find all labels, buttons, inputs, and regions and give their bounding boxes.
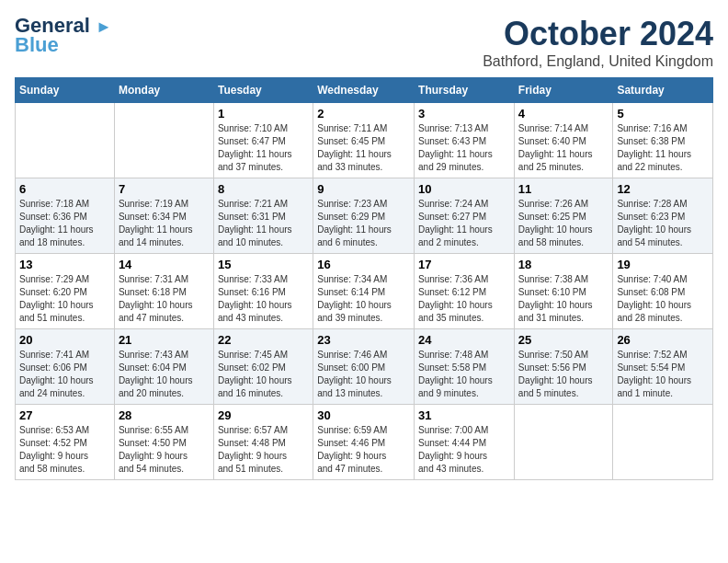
calendar-cell: 14Sunrise: 7:31 AM Sunset: 6:18 PM Dayli… bbox=[114, 254, 213, 329]
calendar-cell: 9Sunrise: 7:23 AM Sunset: 6:29 PM Daylig… bbox=[313, 178, 415, 254]
day-number: 15 bbox=[218, 258, 309, 271]
day-detail: Sunrise: 7:41 AM Sunset: 6:06 PM Dayligh… bbox=[19, 349, 110, 400]
day-detail: Sunrise: 6:53 AM Sunset: 4:52 PM Dayligh… bbox=[19, 424, 110, 476]
calendar-cell: 28Sunrise: 6:55 AM Sunset: 4:50 PM Dayli… bbox=[114, 405, 213, 480]
day-detail: Sunrise: 7:43 AM Sunset: 6:04 PM Dayligh… bbox=[119, 349, 210, 400]
calendar-cell: 3Sunrise: 7:13 AM Sunset: 6:43 PM Daylig… bbox=[415, 103, 515, 178]
day-number: 19 bbox=[617, 258, 709, 271]
calendar-cell: 7Sunrise: 7:19 AM Sunset: 6:34 PM Daylig… bbox=[114, 178, 213, 254]
day-number: 24 bbox=[418, 333, 510, 347]
day-number: 26 bbox=[617, 333, 709, 347]
day-of-week-header: Wednesday bbox=[313, 78, 415, 103]
day-number: 21 bbox=[119, 333, 210, 347]
day-number: 14 bbox=[119, 258, 210, 271]
calendar-body: 1Sunrise: 7:10 AM Sunset: 6:47 PM Daylig… bbox=[16, 103, 713, 480]
calendar-cell: 5Sunrise: 7:16 AM Sunset: 6:38 PM Daylig… bbox=[613, 103, 713, 178]
day-detail: Sunrise: 6:55 AM Sunset: 4:50 PM Dayligh… bbox=[119, 424, 210, 476]
day-detail: Sunrise: 7:14 AM Sunset: 6:40 PM Dayligh… bbox=[518, 122, 609, 174]
calendar-cell: 16Sunrise: 7:34 AM Sunset: 6:14 PM Dayli… bbox=[313, 254, 415, 329]
day-number: 16 bbox=[317, 258, 410, 271]
calendar-week-row: 1Sunrise: 7:10 AM Sunset: 6:47 PM Daylig… bbox=[16, 103, 713, 178]
day-number: 29 bbox=[218, 408, 309, 422]
day-detail: Sunrise: 7:28 AM Sunset: 6:23 PM Dayligh… bbox=[617, 198, 709, 249]
day-detail: Sunrise: 7:52 AM Sunset: 5:54 PM Dayligh… bbox=[617, 349, 709, 400]
day-detail: Sunrise: 7:00 AM Sunset: 4:44 PM Dayligh… bbox=[418, 424, 510, 476]
day-number: 11 bbox=[518, 182, 609, 196]
day-number: 5 bbox=[617, 107, 709, 121]
day-of-week-header: Monday bbox=[114, 78, 213, 103]
day-number: 23 bbox=[317, 333, 410, 347]
calendar-cell: 31Sunrise: 7:00 AM Sunset: 4:44 PM Dayli… bbox=[415, 405, 515, 480]
calendar-cell: 18Sunrise: 7:38 AM Sunset: 6:10 PM Dayli… bbox=[514, 254, 613, 329]
month-title: October 2024 bbox=[483, 15, 713, 53]
day-number: 8 bbox=[218, 182, 309, 196]
day-detail: Sunrise: 7:21 AM Sunset: 6:31 PM Dayligh… bbox=[218, 198, 309, 249]
calendar-week-row: 13Sunrise: 7:29 AM Sunset: 6:20 PM Dayli… bbox=[16, 254, 713, 329]
page-header: General ► Blue October 2024 Bathford, En… bbox=[15, 15, 713, 70]
calendar-cell: 24Sunrise: 7:48 AM Sunset: 5:58 PM Dayli… bbox=[415, 329, 515, 405]
day-detail: Sunrise: 7:18 AM Sunset: 6:36 PM Dayligh… bbox=[19, 198, 110, 249]
day-number: 31 bbox=[418, 408, 510, 422]
day-detail: Sunrise: 7:48 AM Sunset: 5:58 PM Dayligh… bbox=[418, 349, 510, 400]
calendar-cell: 2Sunrise: 7:11 AM Sunset: 6:45 PM Daylig… bbox=[313, 103, 415, 178]
day-detail: Sunrise: 7:26 AM Sunset: 6:25 PM Dayligh… bbox=[518, 198, 609, 249]
day-detail: Sunrise: 7:23 AM Sunset: 6:29 PM Dayligh… bbox=[317, 198, 410, 249]
day-number: 20 bbox=[19, 333, 110, 347]
day-number: 27 bbox=[19, 408, 110, 422]
day-detail: Sunrise: 7:19 AM Sunset: 6:34 PM Dayligh… bbox=[119, 198, 210, 249]
day-detail: Sunrise: 7:34 AM Sunset: 6:14 PM Dayligh… bbox=[317, 273, 410, 325]
calendar-cell bbox=[114, 103, 213, 178]
day-of-week-header: Saturday bbox=[613, 78, 713, 103]
calendar-cell: 23Sunrise: 7:46 AM Sunset: 6:00 PM Dayli… bbox=[313, 329, 415, 405]
day-detail: Sunrise: 7:29 AM Sunset: 6:20 PM Dayligh… bbox=[19, 273, 110, 325]
calendar-week-row: 27Sunrise: 6:53 AM Sunset: 4:52 PM Dayli… bbox=[16, 405, 713, 480]
day-number: 7 bbox=[119, 182, 210, 196]
day-of-week-header: Tuesday bbox=[213, 78, 313, 103]
day-number: 18 bbox=[518, 258, 609, 271]
day-number: 10 bbox=[418, 182, 510, 196]
calendar-cell: 4Sunrise: 7:14 AM Sunset: 6:40 PM Daylig… bbox=[514, 103, 613, 178]
day-number: 2 bbox=[317, 107, 410, 121]
day-detail: Sunrise: 7:38 AM Sunset: 6:10 PM Dayligh… bbox=[518, 273, 609, 325]
calendar-cell: 27Sunrise: 6:53 AM Sunset: 4:52 PM Dayli… bbox=[16, 405, 115, 480]
day-number: 12 bbox=[617, 182, 709, 196]
day-detail: Sunrise: 7:10 AM Sunset: 6:47 PM Dayligh… bbox=[218, 122, 309, 174]
calendar-table: SundayMondayTuesdayWednesdayThursdayFrid… bbox=[15, 77, 713, 480]
day-detail: Sunrise: 7:16 AM Sunset: 6:38 PM Dayligh… bbox=[617, 122, 709, 174]
day-detail: Sunrise: 6:57 AM Sunset: 4:48 PM Dayligh… bbox=[218, 424, 309, 476]
calendar-cell: 15Sunrise: 7:33 AM Sunset: 6:16 PM Dayli… bbox=[213, 254, 313, 329]
calendar-week-row: 6Sunrise: 7:18 AM Sunset: 6:36 PM Daylig… bbox=[16, 178, 713, 254]
day-of-week-header: Friday bbox=[514, 78, 613, 103]
day-detail: Sunrise: 7:31 AM Sunset: 6:18 PM Dayligh… bbox=[119, 273, 210, 325]
calendar-cell: 10Sunrise: 7:24 AM Sunset: 6:27 PM Dayli… bbox=[415, 178, 515, 254]
day-number: 4 bbox=[518, 107, 609, 121]
day-detail: Sunrise: 7:45 AM Sunset: 6:02 PM Dayligh… bbox=[218, 349, 309, 400]
calendar-cell: 6Sunrise: 7:18 AM Sunset: 6:36 PM Daylig… bbox=[16, 178, 115, 254]
day-number: 1 bbox=[218, 107, 309, 121]
logo: General ► Blue bbox=[15, 15, 112, 57]
logo-bird-icon: ► bbox=[96, 17, 112, 36]
day-detail: Sunrise: 7:40 AM Sunset: 6:08 PM Dayligh… bbox=[617, 273, 709, 325]
day-detail: Sunrise: 7:24 AM Sunset: 6:27 PM Dayligh… bbox=[418, 198, 510, 249]
calendar-cell: 13Sunrise: 7:29 AM Sunset: 6:20 PM Dayli… bbox=[16, 254, 115, 329]
day-of-week-header: Thursday bbox=[415, 78, 515, 103]
calendar-cell bbox=[613, 405, 713, 480]
calendar-cell: 1Sunrise: 7:10 AM Sunset: 6:47 PM Daylig… bbox=[213, 103, 313, 178]
calendar-cell: 29Sunrise: 6:57 AM Sunset: 4:48 PM Dayli… bbox=[213, 405, 313, 480]
day-detail: Sunrise: 6:59 AM Sunset: 4:46 PM Dayligh… bbox=[317, 424, 410, 476]
day-detail: Sunrise: 7:50 AM Sunset: 5:56 PM Dayligh… bbox=[518, 349, 609, 400]
calendar-cell: 17Sunrise: 7:36 AM Sunset: 6:12 PM Dayli… bbox=[415, 254, 515, 329]
calendar-cell: 12Sunrise: 7:28 AM Sunset: 6:23 PM Dayli… bbox=[613, 178, 713, 254]
title-block: October 2024 Bathford, England, United K… bbox=[483, 15, 713, 70]
calendar-cell: 19Sunrise: 7:40 AM Sunset: 6:08 PM Dayli… bbox=[613, 254, 713, 329]
calendar-header-row: SundayMondayTuesdayWednesdayThursdayFrid… bbox=[16, 78, 713, 103]
day-detail: Sunrise: 7:46 AM Sunset: 6:00 PM Dayligh… bbox=[317, 349, 410, 400]
day-number: 22 bbox=[218, 333, 309, 347]
day-number: 6 bbox=[19, 182, 110, 196]
calendar-cell: 30Sunrise: 6:59 AM Sunset: 4:46 PM Dayli… bbox=[313, 405, 415, 480]
day-number: 17 bbox=[418, 258, 510, 271]
day-number: 30 bbox=[317, 408, 410, 422]
day-number: 3 bbox=[418, 107, 510, 121]
day-number: 13 bbox=[19, 258, 110, 271]
day-number: 28 bbox=[119, 408, 210, 422]
